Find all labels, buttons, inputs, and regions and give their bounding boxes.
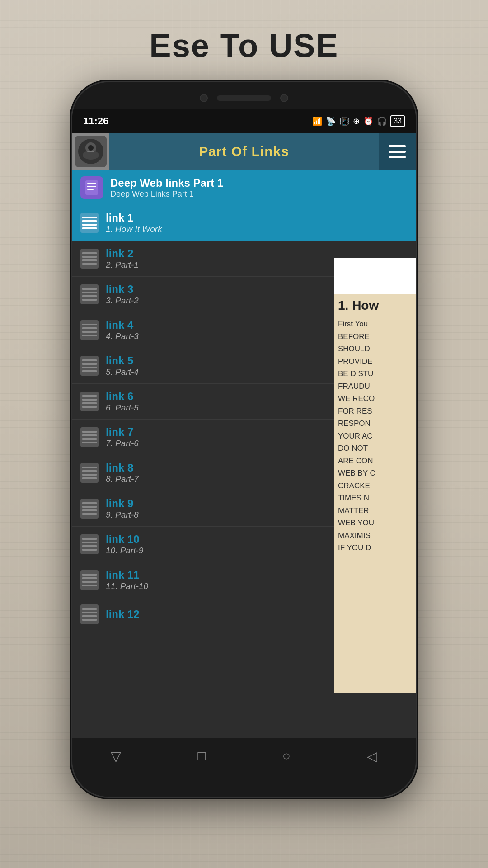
nav-circle-button[interactable]: ○ [282, 748, 291, 764]
panel-content: 1. How First YouBEFORESHOULDPROVIDEBE DI… [334, 294, 416, 559]
logo-image [75, 136, 107, 167]
item-icon-7 [80, 427, 99, 447]
section-title: Deep Web links Part 1 [110, 177, 223, 189]
panel-heading: 1. How [338, 298, 412, 313]
app-logo [72, 133, 109, 170]
wifi-icon: 📡 [326, 116, 336, 126]
status-time: 11:26 [83, 115, 108, 127]
panel-body-text: First YouBEFORESHOULDPROVIDEBE DISTUFRAU… [338, 318, 412, 554]
location-icon: ⊕ [353, 116, 360, 126]
item-name-1: link 1 [106, 212, 408, 224]
item-icon-8 [80, 463, 99, 483]
section-subtitle: Deep Web Links Part 1 [110, 189, 223, 199]
item-desc-1: 1. How It Work [106, 224, 408, 234]
item-icon-1 [80, 213, 99, 233]
item-icon-9 [80, 499, 99, 519]
app-content: Part Of Links [72, 133, 416, 774]
nav-home-button[interactable]: □ [197, 748, 206, 764]
list-item-1[interactable]: link 11. How It Work [72, 205, 416, 241]
hamburger-line-2 [389, 151, 406, 153]
app-title: Part Of Links [109, 144, 379, 159]
hamburger-line-1 [389, 145, 406, 147]
status-bar: 11:26 📶 📡 📳 ⊕ ⏰ 🎧 33 [72, 109, 416, 133]
front-camera [200, 94, 208, 102]
headphone-icon: 🎧 [377, 116, 387, 126]
svg-rect-4 [87, 151, 94, 152]
svg-rect-5 [85, 180, 98, 195]
section-text: Deep Web links Part 1 Deep Web Links Par… [110, 177, 223, 199]
signal-icon: 📶 [312, 116, 322, 126]
svg-rect-6 [87, 183, 96, 184]
speaker-grille [217, 95, 271, 101]
item-icon-2 [80, 249, 99, 269]
item-icon-11 [80, 570, 99, 590]
item-icon-5 [80, 356, 99, 376]
svg-rect-7 [87, 186, 96, 187]
phone-bottom-bar [72, 774, 416, 797]
panel-white-area [334, 258, 416, 294]
right-panel-preview: 1. How First YouBEFORESHOULDPROVIDEBE DI… [334, 258, 416, 693]
page-background-title: Ese To USE [150, 27, 339, 64]
section-header[interactable]: Deep Web links Part 1 Deep Web Links Par… [72, 170, 416, 205]
item-icon-10 [80, 534, 99, 554]
hamburger-button[interactable] [379, 133, 416, 170]
svg-point-3 [88, 145, 94, 151]
nav-prev-button[interactable]: ◁ [367, 748, 377, 764]
phone-frame: 11:26 📶 📡 📳 ⊕ ⏰ 🎧 33 [72, 82, 416, 797]
item-text-1: link 11. How It Work [106, 212, 408, 234]
phone-top-bar [72, 82, 416, 109]
battery-indicator: 33 [390, 115, 405, 127]
content-area: Deep Web links Part 1 Deep Web Links Par… [72, 170, 416, 738]
vibrate-icon: 📳 [339, 116, 349, 126]
item-icon-12 [80, 604, 99, 624]
front-sensor [280, 94, 288, 102]
bottom-navigation: ▽ □ ○ ◁ [72, 738, 416, 774]
status-icons: 📶 📡 📳 ⊕ ⏰ 🎧 33 [312, 115, 405, 127]
section-icon [80, 176, 103, 199]
nav-back-button[interactable]: ▽ [111, 748, 121, 764]
svg-rect-8 [87, 189, 94, 190]
item-icon-6 [80, 392, 99, 411]
item-icon-4 [80, 320, 99, 340]
app-header: Part Of Links [72, 133, 416, 170]
item-icon-3 [80, 284, 99, 304]
alarm-icon: ⏰ [363, 116, 373, 126]
hamburger-line-3 [389, 156, 406, 158]
